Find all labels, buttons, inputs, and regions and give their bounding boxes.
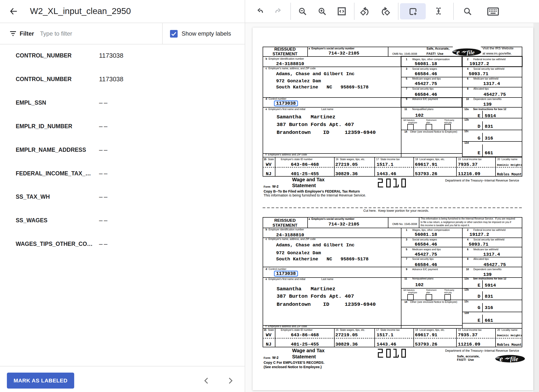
svg-text:file: file [467,49,475,56]
svg-text:file: file [510,356,518,362]
svg-text:e: e [456,48,460,56]
svg-text:e: e [499,355,503,363]
